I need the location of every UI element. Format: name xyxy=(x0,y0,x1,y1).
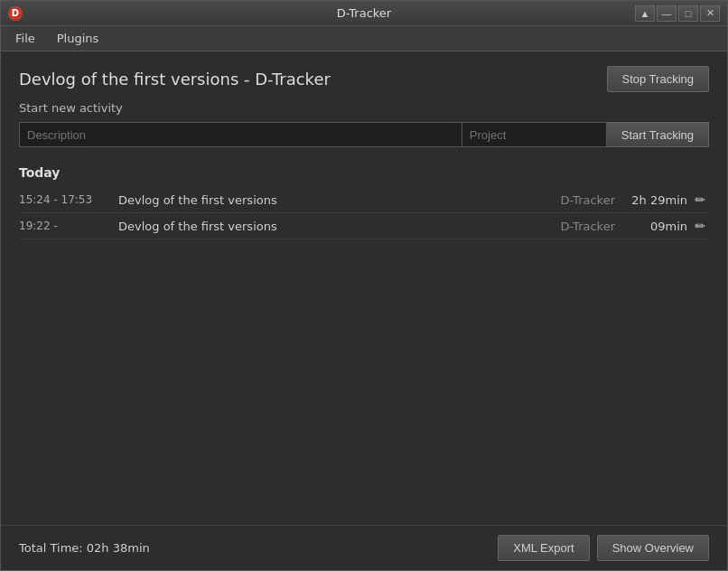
activity-time: 15:24 - 17:53 xyxy=(19,193,118,206)
activity-description: Devlog of the first versions xyxy=(118,193,554,207)
activity-item: 19:22 - Devlog of the first versions D-T… xyxy=(19,213,709,239)
menu-plugins[interactable]: Plugins xyxy=(46,28,110,49)
activity-project: D-Tracker xyxy=(561,193,615,207)
titlebar-close-button[interactable]: ✕ xyxy=(700,5,720,22)
new-activity-section: Start new activity Start Tracking xyxy=(1,101,727,156)
app-window: D D-Tracker ▲ — □ ✕ File Plugins Devlog … xyxy=(0,0,728,571)
edit-icon: ✏️ xyxy=(695,192,705,207)
new-activity-label: Start new activity xyxy=(19,101,709,115)
activity-duration: 2h 29min xyxy=(615,193,687,207)
activity-description: Devlog of the first versions xyxy=(118,220,554,233)
footer: Total Time: 02h 38min XML Export Show Ov… xyxy=(1,525,727,570)
activity-list: Today 15:24 - 17:53 Devlog of the first … xyxy=(1,156,727,525)
activity-edit-button[interactable]: ✏️ xyxy=(691,191,709,209)
titlebar-left: D xyxy=(8,6,23,21)
app-icon: D xyxy=(8,6,23,21)
total-time-label: Total Time: 02h 38min xyxy=(19,541,150,555)
start-tracking-button[interactable]: Start Tracking xyxy=(607,122,709,147)
project-input[interactable] xyxy=(462,122,607,147)
titlebar-maximize-button[interactable]: □ xyxy=(678,5,698,22)
footer-buttons: XML Export Show Overview xyxy=(498,535,709,561)
titlebar-minimize-button[interactable]: — xyxy=(657,5,677,22)
content-area: Devlog of the first versions - D-Tracker… xyxy=(1,51,727,570)
show-overview-button[interactable]: Show Overview xyxy=(597,535,709,561)
description-input[interactable] xyxy=(19,122,462,147)
stop-tracking-button[interactable]: Stop Tracking xyxy=(607,66,710,92)
edit-icon: ✏️ xyxy=(695,219,705,233)
app-title: Devlog of the first versions - D-Tracker xyxy=(19,70,331,89)
input-row: Start Tracking xyxy=(19,122,709,147)
window-title: D-Tracker xyxy=(337,6,391,20)
activity-project: D-Tracker xyxy=(561,220,615,233)
day-header: Today xyxy=(19,165,709,180)
activity-time: 19:22 - xyxy=(19,220,118,232)
activity-item: 15:24 - 17:53 Devlog of the first versio… xyxy=(19,187,709,213)
activity-edit-button[interactable]: ✏️ xyxy=(691,217,709,235)
xml-export-button[interactable]: XML Export xyxy=(498,535,589,561)
header-section: Devlog of the first versions - D-Tracker… xyxy=(1,51,727,101)
activity-duration: 09min xyxy=(615,220,687,233)
titlebar-buttons: ▲ — □ ✕ xyxy=(635,5,720,22)
menu-file[interactable]: File xyxy=(5,28,46,49)
titlebar-up-button[interactable]: ▲ xyxy=(635,5,655,22)
titlebar: D D-Tracker ▲ — □ ✕ xyxy=(1,1,727,26)
menubar: File Plugins xyxy=(1,26,727,51)
